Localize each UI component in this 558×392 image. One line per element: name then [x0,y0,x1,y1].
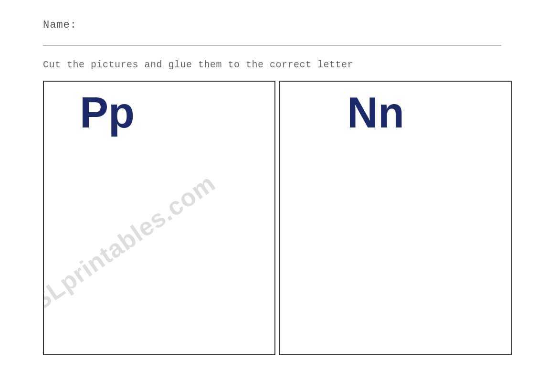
instruction-text: Cut the pictures and glue them to the co… [43,59,515,70]
name-label: Name: [43,19,515,31]
name-line [43,45,501,46]
nn-box: Nn [279,81,512,355]
letter-boxes-row: Pp ESLprintables.com Nn [43,81,516,355]
nn-letter-heading: Nn [290,89,501,134]
pp-letter-heading: Pp [53,89,265,134]
pp-box: Pp ESLprintables.com [43,81,275,355]
watermark-text: ESLprintables.com [44,169,221,326]
